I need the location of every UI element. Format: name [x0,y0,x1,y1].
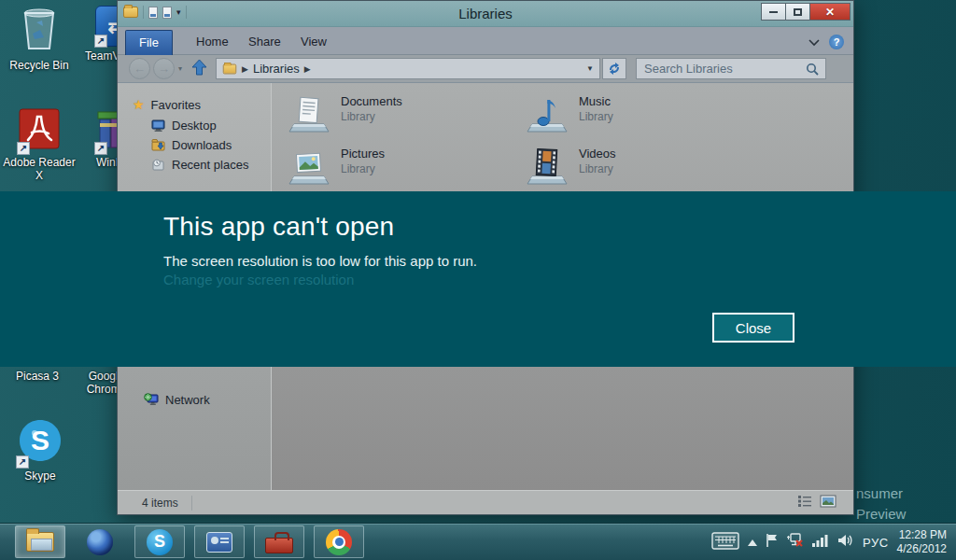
recent-locations-icon[interactable]: ▾ [178,64,182,73]
show-hidden-icons-button[interactable] [748,539,757,546]
music-library-icon [525,94,569,135]
search-input[interactable] [637,59,825,78]
taskbar-display-settings-button[interactable] [194,525,245,558]
clock[interactable]: 12:28 PM 4/26/2012 [897,528,950,556]
help-icon[interactable]: ? [829,35,844,49]
library-type: Library [341,110,402,123]
taskbar-buttons: S [15,525,364,558]
library-type: Library [579,110,613,123]
status-bar: 4 items [118,490,853,514]
nav-favorites[interactable]: ★ Favorites [133,96,201,113]
tab-view[interactable]: View [288,30,340,55]
clock-time: 12:28 PM [897,528,947,542]
ribbon-right-controls: ? [808,34,844,50]
nav-label: Recent places [172,158,248,172]
search-box[interactable] [636,58,826,79]
address-bar[interactable]: ▶ Libraries ▶ ▼ [216,58,600,79]
nav-downloads[interactable]: Downloads [151,136,232,153]
display-settings-icon [206,532,232,553]
separator [191,496,192,511]
library-tile-videos[interactable]: Videos Library [525,147,749,193]
search-icon[interactable] [806,63,819,79]
skype-icon: S [147,529,173,555]
favorites-star-icon: ★ [133,97,145,112]
title-bar: ▾ Libraries ✕ [118,1,853,27]
change-resolution-link[interactable]: Change your screen resolution [163,272,354,287]
signal-strength-icon[interactable] [812,534,829,551]
thumbnails-view-button[interactable] [820,495,836,511]
dialog-message: The screen resolution is too low for thi… [163,253,477,269]
shortcut-arrow-icon: ↗ [16,455,29,469]
desktop: Recycle Bin ⇄↗ TeamViewer ↗ Adobe Reader… [0,0,956,560]
view-buttons [797,495,836,511]
documents-library-icon [287,94,331,135]
clock-date: 4/26/2012 [897,542,947,556]
taskbar-file-explorer-button[interactable] [15,525,65,558]
desktop-icon-label: Skype [13,469,67,483]
refresh-button[interactable] [602,58,626,79]
nav-desktop[interactable]: Desktop [151,117,217,133]
desktop-icon-label: Adobe Reader X [0,156,78,182]
close-window-button[interactable]: ✕ [809,3,851,21]
tab-file[interactable]: File [125,30,173,55]
ribbon-tabs: File Home Share View ? [118,27,853,55]
google-chrome-icon [326,529,352,555]
taskbar-toolbox-button[interactable] [254,525,304,558]
library-tile-pictures[interactable]: Pictures Library [287,147,511,193]
address-dropdown-icon[interactable]: ▼ [586,64,594,73]
breadcrumb-arrow-icon[interactable]: ▶ [304,64,311,74]
app-error-dialog: This app can't open The screen resolutio… [0,191,956,367]
library-tile-music[interactable]: Music Library [525,94,749,141]
desktop-icon-adobe-reader[interactable]: ↗ Adobe Reader X [0,108,78,182]
desktop-icon-label: Picasa 3 [4,370,71,383]
close-icon: ✕ [825,6,835,19]
recycle-bin-icon [18,39,61,55]
shortcut-arrow-icon: ↗ [17,142,30,155]
language-indicator[interactable]: РУС [863,536,889,550]
action-center-flag-icon[interactable] [766,533,779,552]
volume-icon[interactable] [837,533,854,552]
network-disconnected-icon[interactable] [787,533,804,552]
maximize-icon [794,8,802,16]
maximize-button[interactable] [785,3,810,21]
minimize-button[interactable] [761,3,786,21]
pictures-library-icon [287,147,331,188]
shortcut-arrow-icon: ↗ [94,142,107,155]
back-button[interactable]: ← [129,58,150,79]
downloads-icon [151,139,165,151]
taskbar-google-earth-button[interactable] [75,525,125,558]
desktop-icon-skype[interactable]: S ↗ Skype [13,418,67,483]
library-type: Library [579,162,616,175]
tab-share[interactable]: Share [235,30,294,55]
location-folder-icon [223,63,236,74]
dialog-title: This app can't open [163,212,394,242]
items-count: 4 items [142,497,178,510]
adobe-reader-icon: ↗ [19,108,60,153]
nav-recent-places[interactable]: Recent places [151,156,248,173]
forward-button[interactable]: → [153,58,175,79]
touch-keyboard-icon[interactable] [711,532,739,553]
taskbar-skype-button[interactable]: S [134,525,185,558]
breadcrumb-location[interactable]: Libraries [253,62,300,76]
breadcrumb-arrow-icon[interactable]: ▶ [242,64,248,74]
desktop-icon-picasa[interactable]: Picasa 3 [4,367,71,383]
expand-ribbon-icon[interactable] [808,34,820,50]
svg-text:S: S [31,425,49,455]
nav-network[interactable]: Network [144,391,210,408]
tab-home[interactable]: Home [183,30,242,55]
desktop-icon-label: Recycle Bin [6,59,73,72]
library-name: Videos [579,147,616,161]
desktop-icon-recycle-bin[interactable]: Recycle Bin [6,6,73,72]
skype-icon: S ↗ [18,418,63,467]
library-name: Music [579,94,613,108]
details-view-button[interactable] [797,495,812,511]
taskbar-chrome-button[interactable] [314,525,364,558]
toolbox-icon [265,538,293,553]
refresh-icon [608,63,621,75]
taskbar: S РУС 12:28 PM 4/ [0,523,956,560]
up-button[interactable] [191,59,207,79]
nav-label: Favorites [151,98,201,112]
library-tile-documents[interactable]: Documents Library [287,94,511,141]
address-bar-row: ← → ▾ ▶ Libraries ▶ ▼ [118,55,853,83]
dialog-close-button[interactable]: Close [712,313,794,343]
